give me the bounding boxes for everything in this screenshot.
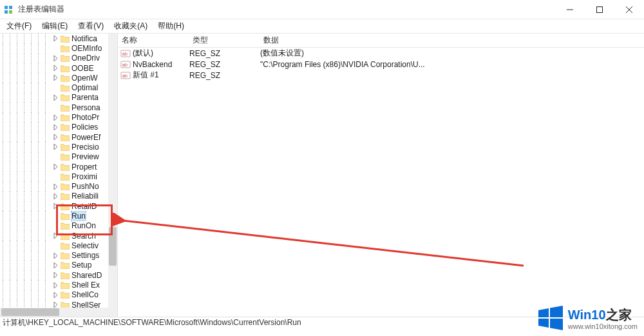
tree-expander-icon[interactable] — [52, 262, 59, 269]
menu-view[interactable]: 查看(V) — [74, 19, 108, 33]
tree-expander-icon[interactable] — [52, 252, 59, 259]
tree-item[interactable]: Propert — [0, 162, 108, 172]
tree-item[interactable]: OpenW — [0, 73, 108, 83]
tree-item[interactable]: Policies — [0, 123, 108, 132]
tree-item-label: PhotoPr — [71, 113, 99, 122]
value-row[interactable]: abNvBackendREG_SZ"C:\Program Files (x86)… — [118, 59, 644, 70]
tree-item[interactable]: Parenta — [0, 93, 108, 103]
tree-item[interactable]: ShellSer — [0, 300, 108, 308]
maximize-button[interactable] — [585, 0, 614, 19]
tree-item-label: Preview — [71, 152, 99, 161]
folder-icon — [61, 301, 70, 308]
tree-item[interactable]: RetailD — [0, 201, 108, 211]
folder-icon — [61, 114, 70, 121]
scrollbar-thumb[interactable] — [1, 308, 59, 316]
tree-item[interactable]: OneDriv — [0, 54, 108, 63]
tree-expander-icon[interactable] — [52, 84, 59, 92]
close-button[interactable] — [614, 0, 644, 19]
menu-bar: 文件(F) 编辑(E) 查看(V) 收藏夹(A) 帮助(H) — [0, 19, 644, 34]
tree-item-label: Policies — [71, 123, 98, 132]
menu-help[interactable]: 帮助(H) — [154, 19, 188, 33]
scrollbar-thumb[interactable] — [109, 227, 117, 266]
column-header-name[interactable]: 名称 — [118, 35, 189, 46]
menu-edit[interactable]: 编辑(E) — [38, 19, 71, 33]
svg-text:ab: ab — [122, 63, 128, 67]
value-type: REG_SZ — [189, 49, 260, 58]
tree-expander-icon[interactable] — [52, 282, 59, 289]
tree-expander-icon[interactable] — [52, 153, 59, 161]
tree-item[interactable]: Proximi — [0, 172, 108, 181]
tree-expander-icon[interactable] — [52, 173, 59, 180]
tree-item-label: ShellSer — [71, 301, 100, 308]
tree-expander-icon[interactable] — [52, 104, 59, 111]
tree-expander-icon[interactable] — [52, 272, 59, 279]
tree-expander-icon[interactable] — [52, 143, 59, 150]
tree-item-label: Setup — [71, 261, 91, 270]
tree-expander-icon[interactable] — [52, 242, 59, 249]
tree-view[interactable]: NotificaOEMInfoOneDrivOOBEOpenWOptimalPa… — [0, 34, 108, 308]
column-header-data[interactable]: 数据 — [260, 35, 644, 46]
tree-item[interactable]: Optimal — [0, 83, 108, 92]
tree-expander-icon[interactable] — [52, 163, 59, 170]
folder-icon — [61, 212, 70, 220]
value-data: "C:\Program Files (x86)\NVIDIA Corporati… — [260, 60, 644, 69]
tree-expander-icon[interactable] — [52, 94, 59, 101]
tree-item[interactable]: OEMInfo — [0, 43, 108, 53]
tree-vertical-scrollbar[interactable] — [108, 34, 117, 308]
tree-item[interactable]: PowerEf — [0, 132, 108, 142]
tree-item[interactable]: Precisio — [0, 142, 108, 152]
value-type: REG_SZ — [189, 60, 260, 69]
tree-expander-icon[interactable] — [52, 55, 59, 62]
tree-item[interactable]: Reliabili — [0, 192, 108, 201]
tree-expander-icon[interactable] — [52, 124, 59, 131]
folder-icon — [61, 291, 70, 299]
tree-expander-icon[interactable] — [52, 44, 59, 52]
string-value-icon: ab — [120, 49, 131, 58]
tree-expander-icon[interactable] — [52, 114, 59, 121]
tree-horizontal-scrollbar[interactable] — [0, 308, 108, 317]
tree-expander-icon[interactable] — [52, 183, 59, 190]
tree-item[interactable]: OOBE — [0, 63, 108, 73]
tree-expander-icon[interactable] — [52, 212, 59, 219]
folder-icon — [61, 54, 70, 62]
tree-expander-icon[interactable] — [52, 35, 59, 42]
tree-item[interactable]: Setup — [0, 261, 108, 270]
minimize-button[interactable] — [555, 0, 585, 19]
tree-expander-icon[interactable] — [52, 193, 59, 200]
tree-expander-icon[interactable] — [52, 133, 59, 141]
window-controls — [555, 0, 644, 19]
tree-expander-icon[interactable] — [52, 232, 59, 239]
value-row[interactable]: ab(默认)REG_SZ(数值未设置) — [118, 48, 644, 59]
tree-item[interactable]: Notifica — [0, 34, 108, 43]
menu-favorites[interactable]: 收藏夹(A) — [110, 19, 151, 33]
svg-text:ab: ab — [122, 74, 128, 78]
tree-item-label: Notifica — [71, 34, 97, 43]
tree-item[interactable]: RunOn — [0, 221, 108, 231]
values-pane: 名称 类型 数据 ab(默认)REG_SZ(数值未设置)abNvBackendR… — [118, 34, 644, 317]
tree-item[interactable]: Persona — [0, 103, 108, 112]
tree-expander-icon[interactable] — [52, 74, 59, 81]
tree-item[interactable]: Search — [0, 231, 108, 241]
values-list[interactable]: ab(默认)REG_SZ(数值未设置)abNvBackendREG_SZ"C:\… — [118, 48, 644, 81]
value-row[interactable]: ab新值 #1REG_SZ — [118, 70, 644, 81]
tree-item[interactable]: Run — [0, 211, 108, 221]
folder-icon — [61, 104, 70, 112]
tree-expander-icon[interactable] — [52, 203, 59, 210]
tree-expander-icon[interactable] — [52, 64, 59, 72]
tree-expander-icon[interactable] — [52, 301, 59, 308]
tree-item[interactable]: Shell Ex — [0, 280, 108, 290]
tree-item[interactable]: Preview — [0, 152, 108, 162]
tree-item[interactable]: PushNo — [0, 181, 108, 191]
tree-item[interactable]: ShellCo — [0, 290, 108, 300]
status-path: 计算机\HKEY_LOCAL_MACHINE\SOFTWARE\Microsof… — [3, 317, 301, 328]
tree-expander-icon[interactable] — [52, 292, 59, 299]
column-header-type[interactable]: 类型 — [189, 35, 260, 46]
scroll-corner — [108, 308, 117, 317]
tree-item[interactable]: SharedD — [0, 270, 108, 280]
tree-item[interactable]: Selectiv — [0, 241, 108, 250]
tree-item[interactable]: Settings — [0, 251, 108, 261]
menu-file[interactable]: 文件(F) — [3, 19, 35, 33]
value-type: REG_SZ — [189, 71, 260, 80]
tree-expander-icon[interactable] — [52, 222, 59, 230]
tree-item[interactable]: PhotoPr — [0, 112, 108, 122]
